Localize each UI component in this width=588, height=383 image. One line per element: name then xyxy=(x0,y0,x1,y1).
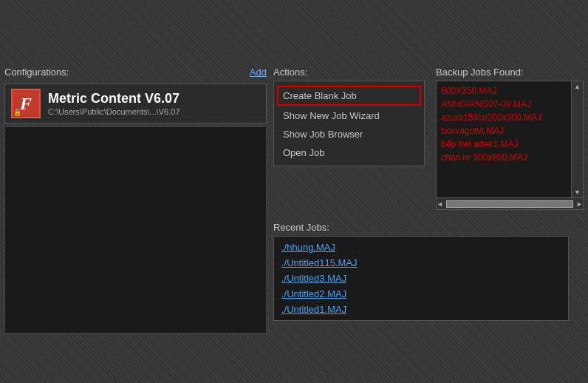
config-path: C:\Users\Public\Documents\...\V6.07 xyxy=(48,107,180,116)
lock-icon: 🔒 xyxy=(13,109,21,116)
backup-job-item[interactable]: boxvagotvt.MAJ xyxy=(437,124,583,138)
add-configuration-link[interactable]: Add xyxy=(250,67,267,78)
actions-label: Actions: xyxy=(273,67,307,78)
scroll-down-arrow[interactable]: ▼ xyxy=(574,189,581,196)
recent-jobs-label: Recent Jobs: xyxy=(273,222,329,233)
actions-section: Actions: Create Blank Job Show New Job W… xyxy=(273,67,425,166)
configuration-card[interactable]: F 🔒 Metric Content V6.07 C:\Users\Public… xyxy=(4,84,267,123)
recent-job-item[interactable]: ./Untitled1.MAJ xyxy=(274,302,568,317)
backup-scrollbar-vertical[interactable]: ▲ ▼ xyxy=(571,81,583,197)
configurations-label: Configurations: xyxy=(4,67,69,78)
config-panel-area xyxy=(4,126,267,333)
backup-job-item[interactable]: ANHGIANG07-09.MAJ xyxy=(437,98,583,111)
scroll-right-arrow[interactable]: ► xyxy=(576,200,583,208)
config-name: Metric Content V6.07 xyxy=(48,91,180,107)
configurations-section: Configurations: Add F 🔒 Metric Content V… xyxy=(4,67,267,333)
scroll-left-arrow[interactable]: ◄ xyxy=(437,200,443,208)
recent-job-item[interactable]: ./Untitled2.MAJ xyxy=(274,286,568,302)
recent-job-item[interactable]: ./Untitled115.MAJ xyxy=(274,255,568,271)
recent-jobs-panel: ./hhung.MAJ./Untitled115.MAJ./Untitled3.… xyxy=(273,236,569,321)
backup-job-item[interactable]: bếp tret adec1.MAJ xyxy=(437,138,583,151)
backup-job-item[interactable]: azura159co200x300.MAJ xyxy=(437,111,583,124)
backup-jobs-list: 600X350.MAJANHGIANG07-09.MAJazura159co20… xyxy=(437,81,583,197)
backup-jobs-panel: ▲ ▼ 600X350.MAJANHGIANG07-09.MAJazura159… xyxy=(436,81,584,210)
show-new-job-wizard-button[interactable]: Show New Job Wizard xyxy=(277,107,421,124)
backup-jobs-section: Backup Jobs Found: ▲ ▼ 600X350.MAJANHGIA… xyxy=(436,67,584,210)
backup-scrollbar-horizontal[interactable]: ◄ ► xyxy=(437,197,583,209)
backup-jobs-label: Backup Jobs Found: xyxy=(436,67,524,78)
backup-job-item[interactable]: 600X350.MAJ xyxy=(437,84,583,98)
backup-job-item[interactable]: chan re 500x800.MAJ xyxy=(437,151,583,164)
show-job-browser-button[interactable]: Show Job Browser xyxy=(277,126,421,143)
scroll-up-arrow[interactable]: ▲ xyxy=(574,83,581,90)
actions-panel: Create Blank Job Show New Job Wizard Sho… xyxy=(273,81,425,166)
config-info: Metric Content V6.07 C:\Users\Public\Doc… xyxy=(48,91,180,116)
config-icon: F 🔒 xyxy=(11,89,41,118)
icon-letter: F xyxy=(20,94,32,114)
open-job-button[interactable]: Open Job xyxy=(277,144,421,161)
create-blank-job-button[interactable]: Create Blank Job xyxy=(277,86,421,106)
recent-jobs-section: Recent Jobs: ./hhung.MAJ./Untitled115.MA… xyxy=(273,222,569,321)
recent-job-item[interactable]: ./hhung.MAJ xyxy=(274,240,568,255)
recent-job-item[interactable]: ./Untitled3.MAJ xyxy=(274,271,568,286)
scroll-thumb-horizontal[interactable] xyxy=(446,200,573,208)
